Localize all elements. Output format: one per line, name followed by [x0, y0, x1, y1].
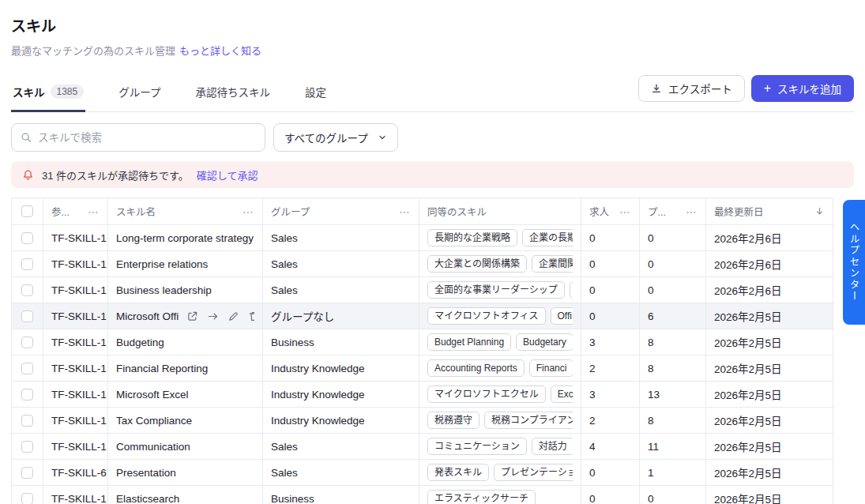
- table-row[interactable]: TF-SKILL-1Long-term corporate strategySa…: [12, 225, 833, 251]
- row-checkbox[interactable]: [21, 232, 33, 244]
- skill-group: グループなし: [271, 311, 334, 323]
- page-title: スキル: [11, 0, 854, 36]
- proficiency-count: 8: [648, 415, 654, 427]
- skills-count-badge: 1385: [51, 85, 85, 99]
- plus-icon: +: [764, 82, 771, 95]
- help-center-tab[interactable]: ヘルプセンター: [843, 200, 865, 325]
- skill-ref: TF-SKILL-1: [51, 337, 107, 348]
- col-jobs-menu-icon[interactable]: ⋯: [619, 205, 631, 218]
- skill-ref: TF-SKILL-1: [51, 441, 107, 453]
- skill-group: Sales: [271, 467, 298, 479]
- review-approve-link[interactable]: 確認して承認: [197, 167, 258, 182]
- col-proficiency-menu-icon[interactable]: ⋯: [686, 205, 698, 218]
- jobs-count: 2: [589, 363, 596, 374]
- equivalent-skill-chip: 税務遵守: [427, 412, 480, 429]
- table-row[interactable]: TF-SKILL-1CommunicationSalesコミュニケーション対話力…: [12, 434, 833, 460]
- table-header-row: 参... ⋯ スキル名 ⋯ グループ ⋯: [12, 198, 833, 225]
- skill-group: Sales: [271, 258, 298, 270]
- row-checkbox[interactable]: [21, 363, 33, 374]
- table-row[interactable]: TF-SKILL-1Microsoft Offiグループなしマイクロソフトオフィ…: [12, 303, 833, 329]
- col-name-menu-icon[interactable]: ⋯: [243, 205, 254, 218]
- table-row[interactable]: TF-SKILL-6PresentationSales発表スキルプレゼンテーショ…: [12, 460, 833, 486]
- export-button[interactable]: エクスポート: [638, 75, 745, 102]
- tab-pending-skills[interactable]: 承認待ちスキル: [194, 72, 272, 112]
- table-row[interactable]: TF-SKILL-1Financial ReportingIndustry Kn…: [12, 355, 833, 382]
- tabs-bar: スキル 1385 グループ 承認待ちスキル 設定 エクスポート + スキルを追加: [11, 72, 854, 112]
- equivalent-skill-chip: 税務コンプライアン: [484, 412, 573, 429]
- equivalent-skill-chip: エラスティックサーチ: [427, 490, 536, 504]
- row-checkbox[interactable]: [21, 389, 33, 401]
- table-row[interactable]: TF-SKILL-1BudgetingBusinessBudget Planni…: [12, 329, 833, 355]
- table-row[interactable]: TF-SKILL-1Tax ComplianceIndustry Knowled…: [12, 408, 833, 434]
- skill-name: Microsoft Excel: [116, 389, 189, 401]
- bell-icon: [22, 169, 34, 181]
- row-checkbox[interactable]: [21, 467, 33, 479]
- move-icon[interactable]: [207, 310, 219, 322]
- skills-table: 参... ⋯ スキル名 ⋯ グループ ⋯: [11, 197, 833, 504]
- row-checkbox[interactable]: [21, 441, 33, 453]
- tab-settings-label: 設定: [305, 84, 326, 100]
- col-group-label: グループ: [271, 204, 310, 219]
- skill-name: Communication: [116, 441, 190, 453]
- group-filter-dropdown[interactable]: すべてのグループ: [273, 123, 398, 152]
- jobs-count: 3: [589, 337, 596, 348]
- edit-icon[interactable]: [228, 310, 239, 322]
- add-skill-button[interactable]: + スキルを追加: [751, 75, 854, 102]
- row-checkbox[interactable]: [21, 337, 33, 348]
- skill-ref: TF-SKILL-1: [51, 415, 107, 427]
- equivalent-skill-chip: 企業間関: [532, 255, 573, 273]
- skill-ref: TF-SKILL-1: [51, 493, 107, 504]
- row-checkbox[interactable]: [21, 493, 33, 504]
- equivalent-skill-chip: 企業の長期: [522, 229, 573, 246]
- delete-icon[interactable]: [248, 310, 254, 322]
- equivalent-skill-chip: マイクロソフトオフィス: [427, 307, 546, 325]
- search-input[interactable]: [38, 132, 256, 144]
- jobs-count: 0: [589, 467, 596, 479]
- equivalent-skill-chip: 大企業との関係構築: [427, 255, 527, 273]
- tab-skills[interactable]: スキル 1385: [11, 72, 85, 112]
- row-checkbox[interactable]: [21, 310, 33, 322]
- jobs-count: 0: [589, 493, 596, 504]
- proficiency-count: 1: [648, 467, 654, 479]
- table-row[interactable]: TF-SKILL-1Business leadershipSales全面的な事業…: [12, 277, 833, 303]
- page-subtitle-text: 最適なマッチングの為のスキル管理: [11, 45, 175, 57]
- proficiency-count: 6: [648, 310, 654, 322]
- skill-group: Industry Knowledge: [271, 415, 365, 427]
- table-row[interactable]: TF-SKILL-1Microsoft ExcelIndustry Knowle…: [12, 382, 833, 408]
- skill-ref: TF-SKILL-1: [51, 232, 107, 244]
- table-row[interactable]: TF-SKILL-1ElasticsearchBusinessエラスティックサー…: [12, 486, 833, 504]
- row-checkbox[interactable]: [21, 284, 33, 296]
- row-checkbox[interactable]: [21, 415, 33, 427]
- tab-groups[interactable]: グループ: [117, 72, 162, 112]
- sort-desc-icon[interactable]: [814, 206, 825, 216]
- equivalent-skill-chip: 発表スキル: [427, 464, 489, 481]
- jobs-count: 2: [589, 415, 596, 427]
- proficiency-count: 8: [648, 337, 654, 348]
- col-group-menu-icon[interactable]: ⋯: [399, 205, 411, 218]
- filters-row: すべてのグループ: [11, 123, 854, 152]
- tab-pending-skills-label: 承認待ちスキル: [195, 84, 270, 100]
- last-updated: 2026年2月5日: [714, 416, 782, 427]
- proficiency-count: 11: [648, 441, 659, 453]
- col-equivalent-label: 同等のスキル: [427, 204, 487, 219]
- row-checkbox[interactable]: [21, 258, 33, 270]
- select-all-checkbox[interactable]: [21, 205, 33, 217]
- skill-ref: TF-SKILL-1: [51, 363, 107, 374]
- export-button-label: エクスポート: [668, 81, 732, 96]
- proficiency-count: 8: [648, 363, 654, 374]
- pending-approval-alert: 31 件のスキルが承認待ちです。 確認して承認: [11, 161, 854, 188]
- tab-settings[interactable]: 設定: [303, 72, 328, 112]
- col-updated: 最終更新日: [706, 198, 833, 225]
- tab-skills-label: スキル: [13, 84, 45, 100]
- table-row[interactable]: TF-SKILL-1Enterprise relationsSales大企業との…: [12, 251, 833, 277]
- skill-ref: TF-SKILL-1: [51, 258, 107, 270]
- equivalent-skill-chip: 対話力: [532, 438, 573, 455]
- col-ref-menu-icon[interactable]: ⋯: [88, 205, 100, 218]
- learn-more-link[interactable]: もっと詳しく知る: [179, 45, 261, 57]
- external-link-icon[interactable]: [186, 310, 198, 322]
- skill-group: Industry Knowledge: [271, 389, 365, 401]
- group-filter-value: すべてのグループ: [284, 130, 368, 145]
- proficiency-count: 13: [648, 389, 660, 401]
- skills-table-wrap: 参... ⋯ スキル名 ⋯ グループ ⋯: [11, 197, 854, 504]
- search-icon: [21, 132, 32, 143]
